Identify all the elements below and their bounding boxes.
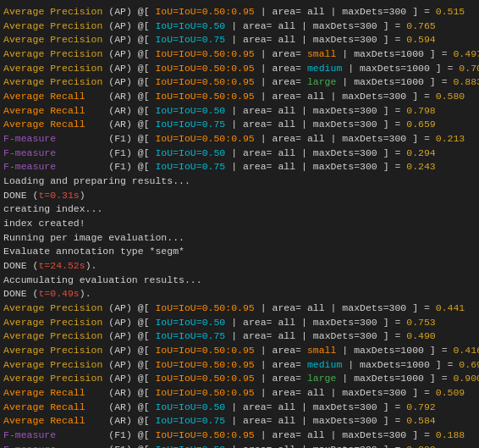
metric-abbr: (AP) [102, 372, 132, 386]
metric-iou: IoU=IoU=0.75 [155, 33, 225, 47]
metric-area: all [278, 160, 295, 174]
log-text: DONE ( [3, 287, 38, 301]
metric-area: large [307, 75, 337, 90]
metric-line: Average Recall (AR) @[ IoU=IoU=0.75 | ar… [3, 414, 476, 429]
log-text: DONE ( [3, 189, 38, 203]
metric-label: Average Precision [3, 372, 102, 386]
metric-line: Average Precision (AP) @[ IoU=IoU=0.50:0… [3, 358, 476, 373]
log-text: Loading and preparing results... [3, 174, 190, 189]
metric-pipe1: | area= [225, 443, 278, 448]
metric-abbr: (AR) [102, 401, 132, 415]
metric-label: Average Recall [3, 414, 102, 429]
metric-line: Average Recall (AR) @[ IoU=IoU=0.50 | ar… [3, 401, 476, 415]
metric-abbr: (F1) [102, 132, 132, 147]
metric-label: F-measure [3, 443, 102, 448]
log-line: index created! [3, 217, 476, 231]
metric-value: 0.515 [436, 5, 465, 19]
metric-iou: IoU=IoU=0.75 [155, 414, 225, 429]
metric-area: all [278, 329, 295, 344]
metric-area: all [307, 5, 325, 19]
metric-iou: IoU=IoU=0.50:0.95 [155, 132, 254, 147]
metric-value: 0.753 [406, 316, 436, 330]
metric-pipe1: | area= [225, 33, 278, 47]
metric-value: 0.659 [406, 118, 436, 132]
metric-pipe1: | area= [225, 147, 278, 161]
log-text-after: ) [80, 189, 85, 203]
metric-abbr: (AP) [102, 62, 132, 76]
metric-iou: IoU=IoU=0.50:0.95 [155, 372, 254, 386]
metric-pipe1: | area= [225, 414, 278, 429]
metric-line: Average Precision (AP) @[ IoU=IoU=0.50:0… [3, 62, 476, 76]
metric-at: @[ [132, 33, 156, 47]
metric-iou: IoU=IoU=0.50 [155, 104, 225, 119]
metric-value: 0.883 [453, 75, 479, 90]
metric-value: 0.188 [436, 429, 465, 443]
metric-pipe2: | maxDets=300 ] = [295, 19, 406, 34]
log-text: index created! [3, 217, 85, 231]
metric-line: Average Precision (AP) @[ IoU=IoU=0.50:0… [3, 5, 476, 19]
metric-line: Average Recall (AR) @[ IoU=IoU=0.50 | ar… [3, 104, 476, 119]
metric-value: 0.490 [406, 329, 436, 344]
metric-pipe1: | area= [225, 118, 278, 132]
metric-abbr: (AP) [102, 47, 132, 62]
metric-area: all [278, 33, 295, 47]
log-timing: t=0.49s [38, 287, 79, 301]
terminal-output: Average Precision (AP) @[ IoU=IoU=0.50:0… [3, 5, 476, 448]
metric-pipe1: | area= [255, 372, 307, 386]
metric-value: 0.900 [453, 372, 479, 386]
metric-label: F-measure [3, 160, 102, 174]
metric-pipe2: | maxDets=300 ] = [325, 301, 436, 316]
metric-iou: IoU=IoU=0.50:0.95 [155, 62, 254, 76]
metric-at: @[ [132, 19, 156, 34]
metric-area: all [278, 401, 295, 415]
metric-abbr: (AR) [102, 118, 132, 132]
metric-at: @[ [132, 147, 156, 161]
log-line: Evaluate annotation type *segm* [3, 245, 476, 259]
metric-pipe1: | area= [255, 62, 307, 76]
metric-line: F-measure (F1) @[ IoU=IoU=0.50:0.95 | ar… [3, 429, 476, 443]
metric-pipe2: | maxDets=300 ] = [325, 90, 436, 104]
metric-pipe1: | area= [255, 344, 307, 358]
metric-at: @[ [132, 75, 156, 90]
metric-abbr: (AP) [102, 329, 132, 344]
metric-iou: IoU=IoU=0.75 [155, 329, 225, 344]
metric-pipe2: | maxDets=300 ] = [295, 316, 406, 330]
metric-at: @[ [132, 62, 156, 76]
metric-area: all [307, 301, 325, 316]
metric-abbr: (AR) [102, 104, 132, 119]
metric-value: 0.792 [406, 401, 436, 415]
metric-area: medium [307, 62, 342, 76]
metric-at: @[ [132, 316, 156, 330]
metric-value: 0.292 [406, 443, 436, 448]
metric-pipe2: | maxDets=1000 ] = [336, 372, 453, 386]
metric-area: medium [307, 358, 342, 373]
metric-pipe1: | area= [225, 19, 278, 34]
log-line: DONE (t=0.31s) [3, 189, 476, 203]
metric-label: F-measure [3, 147, 102, 161]
metric-pipe1: | area= [255, 47, 307, 62]
metric-abbr: (F1) [102, 147, 132, 161]
metric-abbr: (AR) [102, 386, 132, 401]
metric-value: 0.695 [459, 358, 479, 373]
metric-value: 0.584 [406, 414, 436, 429]
metric-line: Average Precision (AP) @[ IoU=IoU=0.50 |… [3, 316, 476, 330]
metric-abbr: (F1) [102, 443, 132, 448]
metric-label: Average Recall [3, 90, 102, 104]
metric-label: Average Precision [3, 5, 102, 19]
metric-area: all [278, 316, 295, 330]
metric-iou: IoU=IoU=0.50 [155, 316, 225, 330]
metric-value: 0.243 [406, 160, 436, 174]
log-text-after: ). [85, 259, 97, 274]
metric-abbr: (F1) [102, 429, 132, 443]
metric-area: small [307, 47, 337, 62]
metric-label: Average Precision [3, 75, 102, 90]
metric-area: all [307, 386, 325, 401]
metric-pipe1: | area= [255, 358, 307, 373]
metric-pipe1: | area= [255, 75, 307, 90]
metric-iou: IoU=IoU=0.75 [155, 118, 225, 132]
metric-abbr: (AR) [102, 414, 132, 429]
metric-line: Average Precision (AP) @[ IoU=IoU=0.75 |… [3, 329, 476, 344]
metric-at: @[ [132, 5, 156, 19]
metric-line: Average Precision (AP) @[ IoU=IoU=0.50:0… [3, 301, 476, 316]
metric-pipe2: | maxDets=300 ] = [295, 160, 406, 174]
